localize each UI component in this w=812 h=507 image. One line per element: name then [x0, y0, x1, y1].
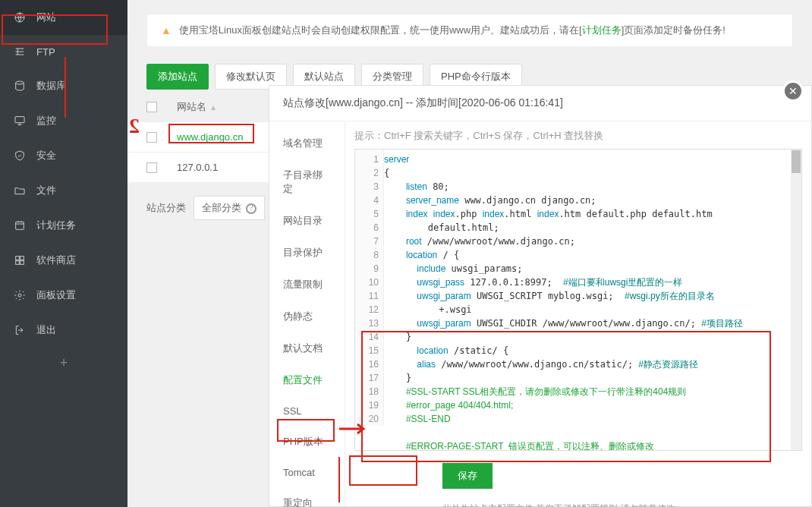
sidebar-item-security[interactable]: 安全 — [0, 138, 127, 173]
tab-php[interactable]: PHP版本 — [269, 426, 345, 458]
warning-bar: ▲ 使用宝塔Linux面板创建站点时会自动创建权限配置，统一使用www用户。建站… — [146, 14, 793, 47]
modal-close-button[interactable]: ✕ — [782, 80, 804, 102]
tab-config[interactable]: 配置文件 — [269, 364, 345, 396]
sidebar-label: 软件商店 — [36, 254, 76, 267]
scrollbar[interactable] — [791, 150, 801, 450]
tab-subdir[interactable]: 子目录绑定 — [269, 159, 345, 205]
tab-domain[interactable]: 域名管理 — [269, 128, 345, 159]
code-content[interactable]: server { listen 80; server_name www.djan… — [384, 153, 791, 451]
sort-icon[interactable]: ▲ — [209, 103, 217, 112]
select-all-checkbox[interactable] — [146, 102, 157, 112]
folder-icon — [14, 184, 26, 197]
clock-icon — [14, 219, 26, 231]
editor-hint: 提示：Ctrl+F 搜索关键字，Ctrl+S 保存，Ctrl+H 查找替换 — [354, 129, 802, 143]
sidebar-label: 退出 — [36, 323, 56, 337]
sidebar-item-ftp[interactable]: FTP — [0, 35, 127, 68]
modal: ✕ 站点修改[www.django.cn] -- 添加时间[2020-06-06… — [269, 85, 812, 507]
sidebar-item-settings[interactable]: 面板设置 — [0, 278, 127, 313]
sidebar-item-monitor[interactable]: 监控 — [0, 103, 127, 138]
ftp-icon — [14, 46, 26, 58]
save-row: 保存 — [354, 451, 802, 502]
sidebar-item-cron[interactable]: 计划任务 — [0, 208, 127, 243]
info-icon — [246, 203, 257, 214]
database-icon — [14, 80, 26, 92]
shield-icon — [14, 150, 26, 162]
sidebar-item-logout[interactable]: 退出 — [0, 313, 127, 348]
tab-rewrite[interactable]: 伪静态 — [269, 301, 345, 332]
svg-point-1 — [16, 81, 24, 84]
sidebar-label: 计划任务 — [36, 219, 76, 232]
monitor-icon — [14, 115, 26, 127]
modal-title: 站点修改[www.django.cn] -- 添加时间[2020-06-06 0… — [269, 86, 811, 121]
logout-icon — [14, 324, 26, 336]
svg-rect-3 — [16, 222, 24, 229]
tab-tomcat[interactable]: Tomcat — [269, 458, 345, 487]
warning-icon: ▲ — [161, 24, 172, 36]
sidebar: 网站 FTP 数据库 监控 安全 文件 计划任务 软件商店 面板设置 退出 + — [0, 0, 127, 507]
modal-tabs: 域名管理 子目录绑定 网站目录 目录保护 流量限制 伪静态 默认文档 配置文件 … — [269, 121, 345, 507]
row-checkbox[interactable] — [146, 132, 157, 143]
svg-rect-5 — [20, 257, 24, 260]
sidebar-label: 网站 — [36, 11, 56, 24]
arrow-icon — [338, 422, 368, 436]
annotation-line — [65, 57, 66, 118]
sidebar-label: 文件 — [36, 184, 56, 197]
code-editor[interactable]: 1234567891011121314151617181920 server {… — [354, 149, 802, 451]
add-site-button[interactable]: 添加站点 — [146, 64, 209, 90]
sidebar-label: 安全 — [36, 149, 56, 162]
svg-rect-7 — [20, 261, 24, 265]
sidebar-item-database[interactable]: 数据库 — [0, 68, 127, 103]
warning-text: 使用宝塔Linux面板创建站点时会自动创建权限配置，统一使用www用户。建站成功… — [179, 24, 725, 37]
save-button[interactable]: 保存 — [442, 463, 493, 489]
svg-rect-4 — [16, 257, 20, 260]
sidebar-add[interactable]: + — [0, 348, 127, 379]
warning-link[interactable]: 计划任务 — [582, 24, 622, 36]
svg-point-8 — [18, 294, 21, 297]
globe-icon — [14, 11, 26, 24]
sidebar-item-store[interactable]: 软件商店 — [0, 243, 127, 278]
sidebar-item-files[interactable]: 文件 — [0, 173, 127, 208]
code-area: 提示：Ctrl+F 搜索关键字，Ctrl+S 保存，Ctrl+H 查找替换 12… — [345, 121, 811, 507]
site-link[interactable]: 127.0.0.1 — [177, 162, 218, 173]
tab-default-doc[interactable]: 默认文档 — [269, 332, 345, 364]
row-checkbox[interactable] — [146, 162, 157, 173]
gear-icon — [14, 289, 26, 301]
svg-rect-6 — [16, 261, 20, 265]
tab-limit[interactable]: 流量限制 — [269, 269, 345, 301]
tab-ssl[interactable]: SSL — [269, 396, 345, 426]
sidebar-label: 监控 — [36, 114, 56, 128]
sidebar-item-website[interactable]: 网站 — [0, 0, 127, 35]
sidebar-label: 数据库 — [36, 79, 66, 93]
tab-dir[interactable]: 网站目录 — [269, 205, 345, 237]
annotation-line-4 — [338, 457, 340, 502]
filter-label: 站点分类 — [146, 201, 186, 215]
scroll-thumb[interactable] — [792, 150, 801, 173]
annotation-2: 2 — [129, 114, 140, 138]
sidebar-label: FTP — [36, 46, 55, 58]
svg-rect-2 — [15, 117, 24, 123]
tab-redirect[interactable]: 重定向 — [269, 487, 345, 507]
sidebar-label: 面板设置 — [36, 288, 76, 302]
tab-protect[interactable]: 目录保护 — [269, 237, 345, 269]
site-link[interactable]: www.django.cn — [177, 131, 243, 143]
line-gutter: 1234567891011121314151617181920 — [355, 150, 384, 426]
filter-select[interactable]: 全部分类 — [194, 196, 265, 220]
grid-icon — [14, 254, 26, 266]
footer-hint: 此处为站点主配置文件,若您不了解配置规则,请勿随意修改. — [354, 502, 802, 507]
header-site[interactable]: 网站名 — [177, 100, 206, 114]
